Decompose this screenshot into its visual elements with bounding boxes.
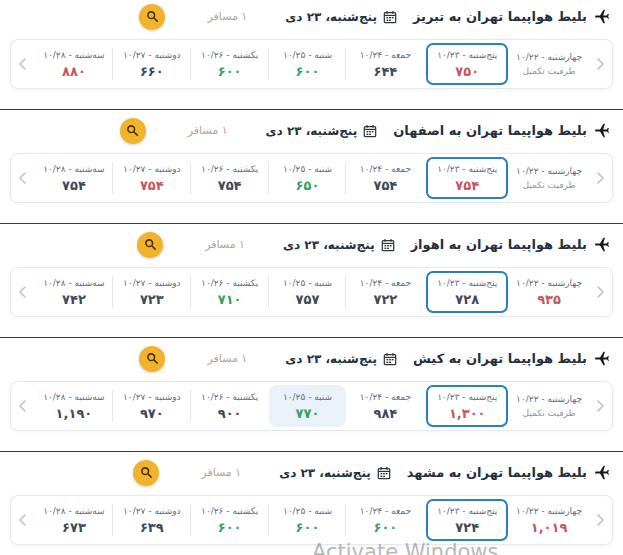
day-price-cell[interactable]: دوشنبه - ۱۰/۲۷ ۶۳۹ <box>113 496 191 544</box>
day-price-cell[interactable]: چهارشنبه - ۱۰/۲۲ ظرفیت تکمیل <box>510 382 588 430</box>
calendar-icon <box>381 238 395 252</box>
day-price: ۶۵۰ <box>296 178 320 193</box>
next-dates-button[interactable] <box>11 382 35 430</box>
route-date: پنج‌شنبه، ۲۳ دی <box>285 10 377 24</box>
chevron-left-icon <box>18 171 28 185</box>
day-label: یکشنبه - ۱۰/۲۶ <box>201 392 258 402</box>
day-price-cell[interactable]: دوشنبه - ۱۰/۲۷ ۷۲۳ <box>113 268 191 316</box>
route-section: بلیط هواپیما تهران به کیش پنج‌شنبه، ۲۳ د… <box>0 337 623 451</box>
day-price: ۷۵۴ <box>373 178 397 193</box>
magnifier-icon <box>144 238 157 251</box>
day-price-cell[interactable]: دوشنبه - ۱۰/۲۷ ۷۵۴ <box>113 154 191 202</box>
day-label: پنج‌شنبه - ۱۰/۲۳ <box>437 392 497 402</box>
day-price-cell[interactable]: شنبه - ۱۰/۲۵ ۶۰۰ <box>269 40 347 88</box>
day-price-cell[interactable]: پنج‌شنبه - ۱۰/۲۳ ۱,۳۰۰ <box>426 385 508 427</box>
day-price-cell[interactable]: پنج‌شنبه - ۱۰/۲۳ ۷۵۴ <box>426 157 508 199</box>
route-header: بلیط هواپیما تهران به اصفهان پنج‌شنبه، ۲… <box>0 117 623 144</box>
date-strip: چهارشنبه - ۱۰/۲۲ ظرفیت تکمیل پنج‌شنبه - … <box>10 153 613 203</box>
day-price: ۷۵۴ <box>455 178 479 193</box>
passenger-count: ۱ مسافر <box>188 124 228 137</box>
day-price: ۷۵۴ <box>218 178 242 193</box>
day-price-cell[interactable]: دوشنبه - ۱۰/۲۷ ۶۶۰ <box>113 40 191 88</box>
day-price-cell[interactable]: دوشنبه - ۱۰/۲۷ ۹۷۰ <box>113 382 191 430</box>
day-price: ۷۵۴ <box>140 178 164 193</box>
search-button[interactable] <box>120 118 146 144</box>
day-price-cell[interactable]: یکشنبه - ۱۰/۲۶ ۶۰۰ <box>191 40 269 88</box>
search-button[interactable] <box>137 232 163 258</box>
chevron-right-icon <box>595 399 605 413</box>
search-button[interactable] <box>139 4 165 30</box>
day-price-cell[interactable]: پنج‌شنبه - ۱۰/۲۳ ۷۲۴ <box>426 499 508 541</box>
day-price: ۱,۰۱۹ <box>531 520 568 535</box>
day-price-cell[interactable]: سه‌شنبه - ۱۰/۲۸ ۸۸۰ <box>35 40 113 88</box>
day-label: شنبه - ۱۰/۲۵ <box>283 506 332 516</box>
day-price-cell[interactable]: جمعه - ۱۰/۲۴ ۷۵۴ <box>346 154 424 202</box>
day-price: ظرفیت تکمیل <box>523 180 576 190</box>
previous-dates-button[interactable] <box>588 154 612 202</box>
day-price-cell[interactable]: سه‌شنبه - ۱۰/۲۸ ۷۵۴ <box>35 154 113 202</box>
day-price-cell[interactable]: یکشنبه - ۱۰/۲۶ ۹۰۰ <box>191 382 269 430</box>
day-price-cell[interactable]: شنبه - ۱۰/۲۵ ۷۷۰ <box>269 385 347 427</box>
day-price-cell[interactable]: جمعه - ۱۰/۲۴ ۷۲۲ <box>346 268 424 316</box>
day-price-cell[interactable]: شنبه - ۱۰/۲۵ ۶۵۰ <box>269 154 347 202</box>
passenger-count: ۱ مسافر <box>201 466 241 479</box>
next-dates-button[interactable] <box>11 40 35 88</box>
day-price-cell[interactable]: پنج‌شنبه - ۱۰/۲۳ ۷۲۸ <box>426 271 508 313</box>
day-price-cell[interactable]: سه‌شنبه - ۱۰/۲۸ ۱,۱۹۰ <box>35 382 113 430</box>
day-label: سه‌شنبه - ۱۰/۲۸ <box>43 164 105 174</box>
day-price-cell[interactable]: شنبه - ۱۰/۲۵ ۷۵۷ <box>269 268 347 316</box>
day-price: ۶۳۹ <box>140 520 164 535</box>
day-label: سه‌شنبه - ۱۰/۲۸ <box>43 392 105 402</box>
day-price-cell[interactable]: چهارشنبه - ۱۰/۲۲ ۹۳۵ <box>510 268 588 316</box>
activate-windows-watermark: Activate Windows <box>312 540 498 555</box>
day-price: ۷۲۴ <box>455 520 479 535</box>
day-price-cell[interactable]: چهارشنبه - ۱۰/۲۲ ظرفیت تکمیل <box>510 154 588 202</box>
route-date: پنج‌شنبه، ۲۳ دی <box>283 238 375 252</box>
day-price-cell[interactable]: پنج‌شنبه - ۱۰/۲۳ ۷۵۰ <box>426 43 508 85</box>
day-price: ۷۲۳ <box>140 292 164 307</box>
calendar-icon <box>363 124 377 138</box>
day-price-cell[interactable]: سه‌شنبه - ۱۰/۲۸ ۷۴۲ <box>35 268 113 316</box>
day-price: ۷۵۴ <box>62 178 86 193</box>
day-price-cell[interactable]: چهارشنبه - ۱۰/۲۲ ۱,۰۱۹ <box>510 496 588 544</box>
day-price-cell[interactable]: یکشنبه - ۱۰/۲۶ ۷۵۴ <box>191 154 269 202</box>
day-price: ۷۷۰ <box>296 406 320 421</box>
calendar-icon <box>377 466 391 480</box>
previous-dates-button[interactable] <box>588 40 612 88</box>
date-strip-cells: چهارشنبه - ۱۰/۲۲ ظرفیت تکمیل پنج‌شنبه - … <box>35 154 588 202</box>
route-section: بلیط هواپیما تهران به تبریز پنج‌شنبه، ۲۳… <box>0 0 623 109</box>
next-dates-button[interactable] <box>11 268 35 316</box>
day-price-cell[interactable]: یکشنبه - ۱۰/۲۶ ۷۱۰ <box>191 268 269 316</box>
day-price: ۷۵۷ <box>296 292 320 307</box>
day-label: شنبه - ۱۰/۲۵ <box>283 164 332 174</box>
search-button[interactable] <box>139 346 165 372</box>
day-price-cell[interactable]: سه‌شنبه - ۱۰/۲۸ ۶۷۳ <box>35 496 113 544</box>
day-price-cell[interactable]: چهارشنبه - ۱۰/۲۲ ظرفیت تکمیل <box>510 40 588 88</box>
airplane-icon <box>594 236 611 253</box>
previous-dates-button[interactable] <box>588 268 612 316</box>
next-dates-button[interactable] <box>11 154 35 202</box>
next-dates-button[interactable] <box>11 496 35 544</box>
flight-prices-page: { "header": { "date": "پنج‌شنبه، ۲۳ دی",… <box>0 0 623 555</box>
previous-dates-button[interactable] <box>588 382 612 430</box>
day-price-cell[interactable]: جمعه - ۱۰/۲۴ ۶۴۴ <box>346 40 424 88</box>
day-label: یکشنبه - ۱۰/۲۶ <box>201 506 258 516</box>
date-strip: چهارشنبه - ۱۰/۲۲ ۱,۰۱۹ پنج‌شنبه - ۱۰/۲۳ … <box>10 495 613 545</box>
day-price: ۸۸۰ <box>62 64 86 79</box>
day-price: ۹۸۴ <box>373 406 397 421</box>
day-price-cell[interactable]: شنبه - ۱۰/۲۵ ۶۰۰ <box>269 496 347 544</box>
day-label: چهارشنبه - ۱۰/۲۲ <box>516 52 582 62</box>
magnifier-icon <box>146 352 159 365</box>
search-button[interactable] <box>133 460 159 486</box>
day-label: یکشنبه - ۱۰/۲۶ <box>201 278 258 288</box>
day-price-cell[interactable]: جمعه - ۱۰/۲۴ ۹۸۴ <box>346 382 424 430</box>
day-price-cell[interactable]: جمعه - ۱۰/۲۴ ۶۰۰ <box>346 496 424 544</box>
magnifier-icon <box>126 124 139 137</box>
date-strip-cells: چهارشنبه - ۱۰/۲۲ ۹۳۵ پنج‌شنبه - ۱۰/۲۳ ۷۲… <box>35 268 588 316</box>
day-label: جمعه - ۱۰/۲۴ <box>360 164 411 174</box>
chevron-right-icon <box>595 285 605 299</box>
day-label: پنج‌شنبه - ۱۰/۲۳ <box>437 50 497 60</box>
previous-dates-button[interactable] <box>588 496 612 544</box>
day-price-cell[interactable]: یکشنبه - ۱۰/۲۶ ۶۰۰ <box>191 496 269 544</box>
date-strip-cells: چهارشنبه - ۱۰/۲۲ ۱,۰۱۹ پنج‌شنبه - ۱۰/۲۳ … <box>35 496 588 544</box>
